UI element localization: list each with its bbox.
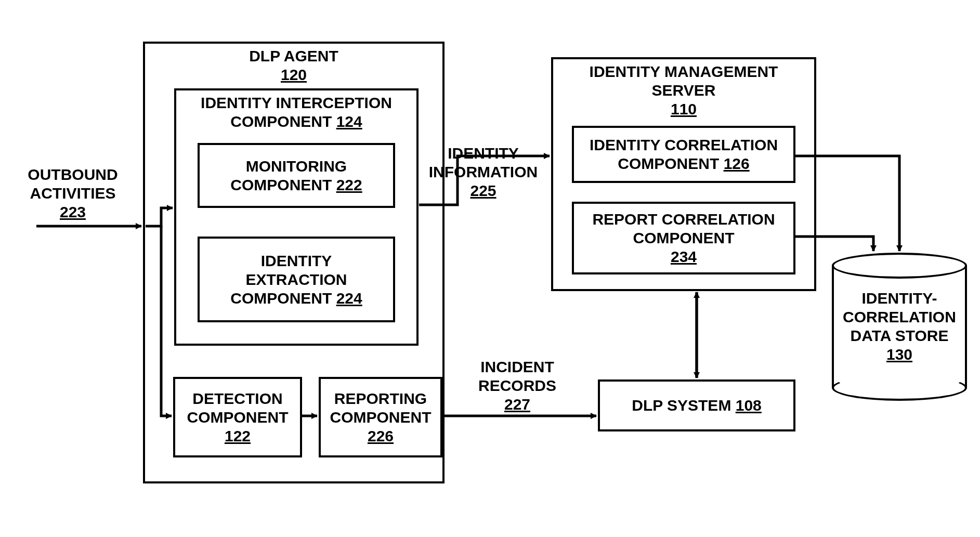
outbound-text: OUTBOUND ACTIVITIES bbox=[21, 165, 125, 203]
outbound-num: 223 bbox=[60, 203, 86, 220]
identity-extraction-title: IDENTITY EXTRACTION COMPONENT 224 bbox=[230, 252, 362, 308]
outbound-activities-label: OUTBOUND ACTIVITIES 223 bbox=[21, 165, 125, 221]
identity-correlation-box: IDENTITY CORRELATION COMPONENT 126 bbox=[572, 126, 795, 183]
cylinder-top bbox=[832, 253, 967, 279]
report-correlation-box: REPORT CORRELATION COMPONENT 234 bbox=[572, 202, 795, 274]
incident-records-label: INCIDENT RECORDS 227 bbox=[465, 358, 569, 414]
dlp-system-box: DLP SYSTEM 108 bbox=[598, 379, 795, 431]
detection-title: DETECTION COMPONENT 122 bbox=[187, 389, 289, 446]
report-correlation-title: REPORT CORRELATION COMPONENT 234 bbox=[592, 210, 775, 266]
identity-information-label: IDENTITY INFORMATION 225 bbox=[422, 144, 544, 200]
dlp-system-title: DLP SYSTEM 108 bbox=[632, 396, 762, 415]
identity-interception-title: IDENTITY INTERCEPTION COMPONENT 124 bbox=[201, 94, 392, 131]
monitoring-component-box: MONITORING COMPONENT 222 bbox=[198, 143, 395, 208]
detection-component-box: DETECTION COMPONENT 122 bbox=[173, 377, 302, 457]
idm-server-title: IDENTITY MANAGEMENT SERVER 110 bbox=[590, 62, 778, 119]
data-store-label: IDENTITY- CORRELATION DATA STORE 130 bbox=[832, 289, 967, 364]
dlp-agent-title: DLP AGENT 120 bbox=[249, 47, 338, 84]
identity-correlation-title: IDENTITY CORRELATION COMPONENT 126 bbox=[590, 136, 778, 173]
identity-extraction-box: IDENTITY EXTRACTION COMPONENT 224 bbox=[198, 237, 395, 322]
cylinder-bottom bbox=[832, 375, 967, 401]
reporting-title: REPORTING COMPONENT 226 bbox=[330, 389, 432, 446]
monitoring-title: MONITORING COMPONENT 222 bbox=[230, 157, 362, 194]
reporting-component-box: REPORTING COMPONENT 226 bbox=[319, 377, 442, 457]
data-store-cylinder: IDENTITY- CORRELATION DATA STORE 130 bbox=[832, 253, 967, 401]
